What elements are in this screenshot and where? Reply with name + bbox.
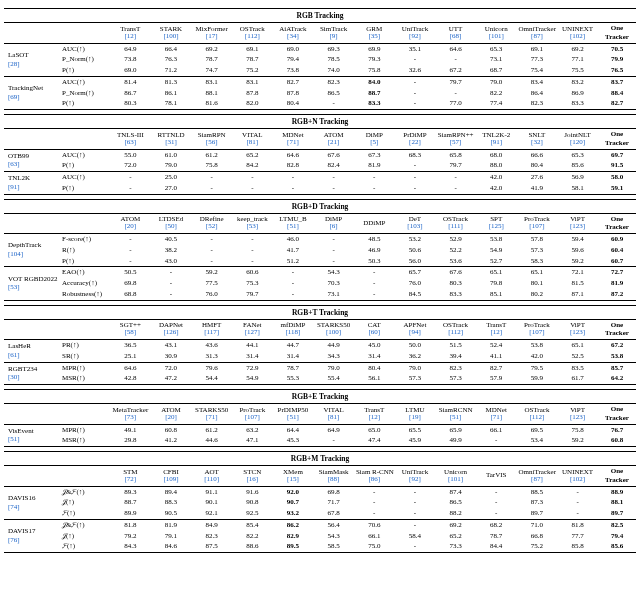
method-cite: [31]: [153, 139, 190, 146]
value-cell: 65.3: [476, 43, 517, 54]
method-header: LTMU[19]: [395, 404, 436, 424]
results-table: SGT++[58]DAPNet[126]HMFT[117]FANet[127]m…: [4, 320, 636, 386]
value-cell: 47.1: [232, 435, 273, 446]
value-cell: 71.0: [517, 519, 558, 530]
value-cell: 29.8: [110, 435, 151, 446]
value-cell: 88.6: [232, 541, 273, 552]
method-cite: [12]: [112, 33, 149, 40]
table-row: DAVIS17[76]𝒥&𝓕(↑)81.881.984.985.486.256.…: [4, 519, 636, 530]
value-cell: 90.1: [191, 497, 232, 508]
method-cite: [56]: [193, 139, 230, 146]
method-name: DDiMP: [356, 220, 393, 227]
value-cell: 43.6: [191, 340, 232, 351]
value-cell: 88.7: [354, 88, 395, 99]
method-header: SiamRPN[56]: [191, 129, 232, 149]
method-header: PrDiMP[22]: [395, 129, 436, 149]
value-cell: -: [191, 256, 232, 267]
method-header: STCN[16]: [232, 466, 273, 486]
value-cell: 35.1: [395, 43, 436, 54]
method-cite: [112]: [519, 414, 556, 421]
value-cell: 69.1: [232, 43, 273, 54]
value-cell: 79.4: [273, 54, 314, 65]
value-cell: 31.4: [354, 351, 395, 362]
value-cell: 80.3: [435, 278, 476, 289]
method-header: TNLS-III[63]: [110, 129, 151, 149]
value-cell: 66.4: [151, 43, 192, 54]
value-cell: 72.9: [232, 362, 273, 373]
value-cell: 67.6: [435, 267, 476, 278]
method-header: OSTrack[112]: [232, 23, 273, 43]
one-tracker-value: 58.0: [598, 172, 636, 183]
table-row: 𝒥(↑)79.279.182.382.282.954.366.158.465.2…: [4, 531, 636, 542]
value-cell: 79.0: [151, 160, 192, 171]
value-cell: 74.0: [313, 65, 354, 76]
value-cell: 61.7: [557, 373, 598, 384]
method-header: LTDSEd[50]: [151, 214, 192, 234]
method-cite: [107]: [519, 329, 556, 336]
one-tracker-header: OneTracker: [598, 320, 636, 340]
method-header: AOT[110]: [191, 466, 232, 486]
value-cell: -: [151, 267, 192, 278]
value-cell: 80.4: [517, 160, 558, 171]
method-cite: [60]: [356, 329, 393, 336]
one-tracker-value: 53.8: [598, 351, 636, 362]
method-header: SiamMask[88]: [313, 466, 354, 486]
one-tracker-value: 85.6: [598, 541, 636, 552]
value-cell: 32.6: [395, 65, 436, 76]
table-row: R(↑)-38.2--41.7-46.950.652.254.957.359.6…: [4, 245, 636, 256]
method-cite: [52]: [193, 223, 230, 230]
value-cell: 58.1: [557, 183, 598, 194]
value-cell: 88.3: [151, 497, 192, 508]
value-cell: 44.9: [313, 340, 354, 351]
value-cell: -: [557, 508, 598, 519]
value-cell: 69.0: [273, 43, 314, 54]
value-cell: 73.3: [435, 541, 476, 552]
value-cell: -: [191, 172, 232, 183]
value-cell: 85.8: [557, 541, 598, 552]
one-tracker-header: OneTracker: [598, 129, 636, 149]
method-header: STARKS50[100]: [313, 320, 354, 340]
value-cell: 83.1: [232, 76, 273, 87]
section: RGB+N TrackingTNLS-III[63]RTTNLD[31]Siam…: [4, 114, 636, 195]
value-cell: -: [395, 76, 436, 87]
method-header: CFBI[109]: [151, 466, 192, 486]
value-cell: 78.5: [313, 54, 354, 65]
method-header: SiamRCNN[51]: [435, 404, 476, 424]
value-cell: 70.3: [313, 278, 354, 289]
method-header: DAPNet[126]: [151, 320, 192, 340]
table-row: LasHeR[61]PR(↑)36.543.143.644.144.744.94…: [4, 340, 636, 351]
value-cell: 54.4: [191, 373, 232, 384]
value-cell: 48.5: [354, 234, 395, 245]
table-row: MSR(↑)42.847.254.454.955.355.456.157.357…: [4, 373, 636, 384]
value-cell: 31.4: [232, 351, 273, 362]
section-title: RGB+E Tracking: [4, 389, 636, 404]
value-cell: -: [313, 234, 354, 245]
value-cell: -: [273, 172, 314, 183]
value-cell: -: [354, 289, 395, 300]
value-cell: 65.2: [232, 149, 273, 160]
metric-label: PR(↑): [60, 340, 110, 351]
value-cell: 43.1: [151, 340, 192, 351]
method-header: Siam R-CNN[86]: [354, 466, 395, 486]
table-row: VisEvent[51]MPR(↑)49.160.861.263.264.464…: [4, 424, 636, 435]
metric-label: AUC(↑): [60, 172, 110, 183]
section-title: RGB+N Tracking: [4, 114, 636, 129]
value-cell: 88.7: [110, 497, 151, 508]
dataset-label: RGBT234[30]: [4, 362, 60, 385]
method-cite: [12]: [478, 329, 515, 336]
value-cell: 64.6: [110, 362, 151, 373]
method-cite: [111]: [437, 223, 474, 230]
value-cell: -: [476, 435, 517, 446]
method-cite: [127]: [234, 329, 271, 336]
metric-label: P(↑): [60, 183, 110, 194]
value-cell: -: [435, 88, 476, 99]
value-cell: 42.0: [476, 183, 517, 194]
one-tracker-value: 79.9: [598, 54, 636, 65]
value-cell: 41.7: [273, 245, 314, 256]
value-cell: 39.4: [435, 351, 476, 362]
method-header: XMem[15]: [273, 466, 314, 486]
method-header: APFNet[94]: [395, 320, 436, 340]
value-cell: -: [110, 256, 151, 267]
table-row: P(↑)80.378.181.682.080.4-83.3-77.077.482…: [4, 98, 636, 109]
method-header: OSTrack[112]: [517, 404, 558, 424]
